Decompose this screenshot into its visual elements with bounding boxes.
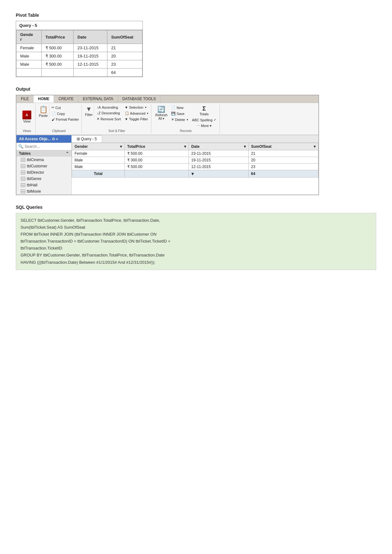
sidebar-item-tblhall[interactable]: tblHall: [16, 182, 71, 188]
total-empty-price: [124, 170, 189, 178]
clipboard-group-label: Clipboard: [38, 129, 80, 133]
cell-date: 19-11-2015: [74, 52, 107, 60]
pivot-table-container: Query - 5 Gender TotalPrice Date SumOfSe…: [16, 21, 143, 77]
pivot-data-table: Gender TotalPrice Date SumOfSeat Female …: [16, 30, 142, 77]
refresh-button[interactable]: 🔄 Refresh All ▾: [154, 105, 169, 121]
tables-label: Tables: [19, 151, 31, 156]
views-group-label: Views: [20, 129, 34, 133]
descending-button[interactable]: ↓Z Descending: [95, 111, 122, 116]
more-button[interactable]: ⋯ More ▾: [195, 123, 213, 129]
records-group: 🔄 Refresh All ▾ 📄 New 💾 Save: [152, 104, 220, 133]
total-empty-date: ▾: [189, 170, 248, 178]
cell-gender: Female: [72, 150, 125, 157]
tab-home[interactable]: HOME: [33, 95, 54, 103]
new-button[interactable]: 📄 New: [170, 105, 190, 110]
views-group: A View Views: [18, 104, 36, 133]
save-label: Save: [177, 112, 184, 116]
ascending-label: Ascending: [102, 105, 118, 109]
sidebar-item-label: tblMovie: [27, 189, 41, 194]
new-save-delete: 📄 New 💾 Save ✕ Delete ▾: [170, 105, 190, 122]
tab-create[interactable]: CREATE: [54, 95, 78, 103]
query-content-area: ⊞ Query - 5 Gender ▾: [72, 135, 318, 195]
delete-label: Delete: [175, 118, 185, 122]
search-icon: 🔍: [18, 144, 23, 149]
cell-date: 19-11-2015: [189, 157, 248, 164]
advanced-dropdown-arrow: ▾: [147, 112, 148, 115]
copy-button[interactable]: 📄 Copy: [50, 111, 80, 116]
total-value: 64: [248, 170, 318, 178]
sigma-icon: Σ: [202, 105, 206, 112]
cell-gender: Male: [16, 60, 42, 69]
cell-seat: 23: [107, 60, 142, 69]
access-logo-icon: A: [22, 111, 31, 119]
search-input[interactable]: [25, 144, 69, 149]
sidebar-search-bar[interactable]: 🔍: [16, 143, 71, 150]
spelling-checkmark-icon: ✓: [214, 118, 216, 122]
col-sumofseat-dropdown-icon: ▾: [314, 144, 316, 149]
selection-button[interactable]: ▼ Selection ▾: [124, 105, 150, 110]
total-label: Total: [72, 170, 125, 178]
descending-label: Descending: [102, 111, 120, 115]
remove-sort-icon: ✕: [97, 117, 100, 121]
sql-line-1: SELECT tblCustomer.Gender, tblTransactio…: [21, 217, 371, 224]
sidebar-item-label: tblDirector: [27, 170, 44, 175]
view-button[interactable]: A View: [20, 105, 34, 129]
format-painter-label: Format Painter: [56, 117, 79, 121]
tab-file[interactable]: FILE: [16, 95, 33, 103]
more-icon: ⋯: [196, 124, 200, 128]
selection-dropdown-arrow: ▾: [145, 106, 147, 109]
dropdown-icon: ▾: [191, 171, 194, 176]
col-gender-header[interactable]: Gender ▾: [72, 143, 125, 150]
save-button[interactable]: 💾 Save: [170, 111, 190, 116]
query-tab[interactable]: ⊞ Query - 5: [72, 135, 102, 142]
cell-date: 12-11-2015: [74, 60, 107, 69]
col-gender-dropdown-icon: ▾: [120, 144, 122, 149]
tab-database-tools[interactable]: DATABASE TOOLS: [118, 95, 161, 103]
ascending-button[interactable]: ↑A Ascending: [95, 105, 122, 110]
sidebar-item-tblcinema[interactable]: tblCinema: [16, 157, 71, 163]
col-totalprice-header[interactable]: TotalPrice ▾: [124, 143, 189, 150]
sidebar-item-tblgenre[interactable]: tblGenre: [16, 176, 71, 182]
filter-button[interactable]: ▼ Filter: [84, 105, 94, 117]
cell-seat: 23: [248, 164, 318, 170]
sidebar-item-tblmovie[interactable]: tblMovie: [16, 188, 71, 195]
col-date-label: Date: [191, 144, 200, 149]
format-painter-button[interactable]: 🖌 Format Painter: [50, 117, 80, 122]
tables-section-header[interactable]: Tables ⌃: [16, 150, 71, 157]
view-btn-inner[interactable]: A View: [22, 111, 31, 123]
sidebar-item-tbldirector[interactable]: tblDirector: [16, 169, 71, 176]
output-section: Output FILE HOME CREATE EXTERNAL DATA DA…: [16, 87, 376, 195]
col-gender-label: Gender: [75, 144, 88, 149]
sort-filter-content: ▼ Filter ↑A Ascending ↓Z Descending: [84, 105, 150, 129]
sidebar-header-text: All Access Obje... ⊙ «: [19, 137, 58, 141]
toggle-filter-button[interactable]: ▼ Toggle Filter: [124, 117, 150, 122]
totals-spelling-more: Σ Totals ABC Spelling ✓ ⋯ More ▾: [191, 105, 218, 129]
cell-gender: [16, 69, 42, 77]
remove-sort-button[interactable]: ✕ Remove Sort: [95, 116, 122, 122]
sidebar-item-label: tblCinema: [27, 158, 44, 162]
delete-button[interactable]: ✕ Delete ▾: [170, 117, 190, 122]
col-sumofseat-header[interactable]: SumOfSeat ▾: [248, 143, 318, 150]
tab-external-data[interactable]: EXTERNAL DATA: [78, 95, 118, 103]
cell-seat: 64: [107, 69, 142, 77]
sort-filter-group: ▼ Filter ↑A Ascending ↓Z Descending: [82, 104, 152, 133]
copy-label: Copy: [57, 112, 65, 116]
refresh-label: Refresh: [155, 113, 167, 117]
cell-price: ₹ 500.00: [124, 150, 189, 157]
advanced-icon: 📋: [125, 111, 129, 115]
sql-title: SQL Queries: [16, 205, 376, 210]
toggle-filter-icon: ▼: [125, 117, 128, 121]
col-date-header[interactable]: Date ▾: [189, 143, 248, 150]
sidebar-item-tblcustomer[interactable]: tblCustomer: [16, 163, 71, 169]
query-results-area: Gender ▾ TotalPrice ▾: [72, 143, 318, 178]
advanced-button[interactable]: 📋 Advanced ▾: [124, 111, 150, 116]
cell-date: 23-11-2015: [74, 44, 107, 52]
sort-rows: ↑A Ascending ↓Z Descending ✕ Remove Sort: [95, 105, 122, 122]
totals-button[interactable]: Σ Totals: [198, 105, 210, 117]
pivot-col-gender: Gender: [16, 30, 42, 44]
table-row: Female ₹ 500.00 23-11-2015 21: [72, 150, 318, 157]
spelling-button[interactable]: ABC Spelling ✓: [191, 117, 218, 123]
paste-button[interactable]: 📋 Paste: [38, 105, 49, 118]
cut-button[interactable]: ✂ Cut: [50, 105, 80, 110]
access-window: FILE HOME CREATE EXTERNAL DATA DATABASE …: [16, 95, 319, 195]
